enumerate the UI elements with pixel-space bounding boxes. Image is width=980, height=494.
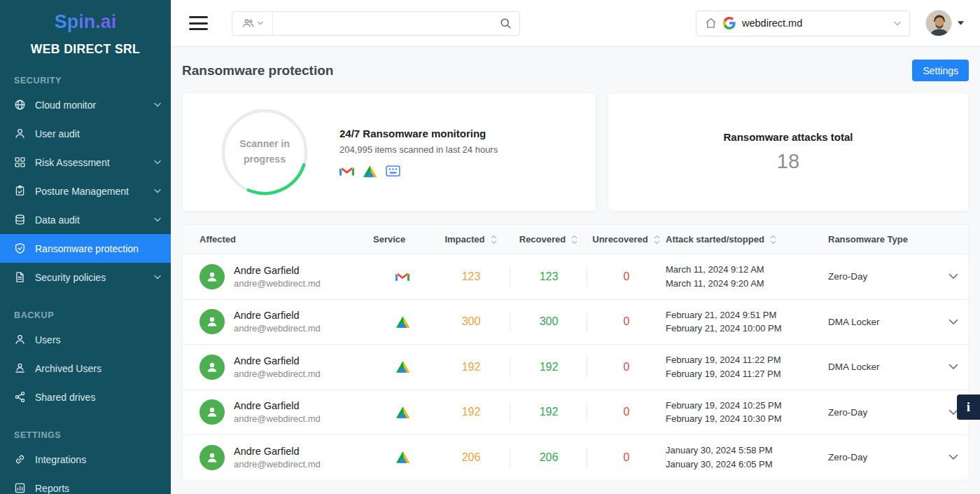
grid-icon <box>14 156 26 168</box>
report-icon <box>14 482 26 494</box>
google-g-icon <box>723 17 736 29</box>
user-menu[interactable] <box>925 10 965 36</box>
attack-times: February 19, 2024 10:25 PMFebruary 19, 2… <box>666 399 828 426</box>
hamburger-menu-button[interactable] <box>189 16 208 30</box>
sidebar-item-label: Risk Assessment <box>35 157 110 168</box>
user-avatar <box>200 399 225 425</box>
sidebar-item-data-audit[interactable]: Data audit <box>0 205 171 234</box>
sidebar-item-user-audit[interactable]: User audit <box>0 119 171 148</box>
main-content: Ransomware protection Settings Scanner i… <box>171 47 980 494</box>
settings-button[interactable]: Settings <box>912 60 969 81</box>
sidebar-item-cloud-monitor[interactable]: Cloud monitor <box>0 90 171 119</box>
user-icon <box>14 128 26 139</box>
attacks-total-title: Ransomware attacks total <box>723 131 853 143</box>
ransomware-type: Zero-Day <box>828 271 937 282</box>
avatar <box>925 10 952 36</box>
sidebar-item-label: Users <box>35 334 61 345</box>
table-row: Andre Garfieldandre@webdirect.md 192 192… <box>183 345 968 390</box>
sort-icon[interactable] <box>653 235 661 245</box>
sidebar-item-reports[interactable]: Reports <box>0 474 171 494</box>
unrecovered-count: 0 <box>587 254 666 299</box>
attacks-total-card: Ransomware attacks total 18 <box>608 92 969 212</box>
group-icon <box>242 18 254 28</box>
impacted-count: 192 <box>432 345 510 390</box>
sidebar: Spin.ai WEB DIRECT SRL SECURITY Cloud mo… <box>0 0 171 494</box>
table-row: Andre Garfieldandre@webdirect.md 206 206… <box>183 435 968 481</box>
chevron-down-icon <box>154 160 161 165</box>
chevron-down-icon <box>154 102 161 107</box>
person-icon <box>14 334 26 345</box>
sort-icon[interactable] <box>490 235 498 245</box>
affected-email: andre@webdirect.md <box>234 369 321 379</box>
table-header: Affected Service Impacted Recovered Unre… <box>183 225 968 254</box>
globe-icon <box>14 99 26 111</box>
recovered-count: 123 <box>510 254 587 299</box>
topbar: webdirect.md <box>171 0 980 47</box>
col-impacted: Impacted <box>432 234 510 245</box>
drive-icon <box>396 361 410 373</box>
sidebar-item-archived-users[interactable]: Archived Users <box>0 354 171 383</box>
sidebar-item-label: Reports <box>35 483 69 494</box>
section-security: SECURITY <box>14 76 171 85</box>
section-settings: SETTINGS <box>14 430 171 440</box>
user-avatar <box>200 355 225 380</box>
chevron-down-icon <box>894 21 901 26</box>
section-backup: BACKUP <box>14 310 171 320</box>
recovered-count: 192 <box>510 390 587 435</box>
scanner-status-text: Scanner in progress <box>219 107 310 198</box>
sidebar-item-ransomware-protection[interactable]: Ransomware protection <box>0 234 171 263</box>
ransomware-type: DMA Locker <box>828 317 937 327</box>
domain-selector[interactable]: webdirect.md <box>696 11 910 36</box>
sidebar-item-users[interactable]: Users <box>0 325 171 354</box>
gmail-icon <box>340 165 354 177</box>
page-title: Ransomware protection <box>182 63 333 78</box>
search-group <box>232 11 520 36</box>
sidebar-item-security-policies[interactable]: Security policies <box>0 263 171 291</box>
affected-email: andre@webdirect.md <box>234 323 321 334</box>
drive-icon <box>396 451 410 463</box>
recovered-count: 300 <box>510 300 587 345</box>
impacted-count: 206 <box>432 435 510 480</box>
impacted-count: 300 <box>432 300 510 345</box>
unrecovered-count: 0 <box>587 435 666 480</box>
col-affected: Affected <box>183 234 373 245</box>
search-icon[interactable] <box>491 12 519 35</box>
drive-icon <box>363 165 377 177</box>
sort-icon[interactable] <box>570 235 578 245</box>
impacted-count: 192 <box>432 390 510 435</box>
search-input[interactable] <box>273 12 491 35</box>
affected-email: andre@webdirect.md <box>234 459 321 469</box>
expand-row-button[interactable] <box>937 273 969 280</box>
home-icon <box>705 18 717 29</box>
unrecovered-count: 0 <box>587 390 666 435</box>
user-avatar <box>200 309 225 334</box>
sidebar-item-integrations[interactable]: Integrations <box>0 445 171 474</box>
file-icon <box>14 271 26 283</box>
col-attack-time: Attack started/stopped <box>666 234 828 245</box>
app-window: Spin.ai WEB DIRECT SRL SECURITY Cloud mo… <box>0 0 980 494</box>
chevron-down-icon <box>154 217 161 222</box>
user-avatar <box>200 445 225 470</box>
sidebar-item-label: Security policies <box>35 272 106 283</box>
info-tab-button[interactable]: i <box>957 394 980 420</box>
logo[interactable]: Spin.ai <box>0 0 171 33</box>
unrecovered-count: 0 <box>587 345 666 390</box>
col-ransomware-type: Ransomware Type <box>828 234 937 245</box>
sidebar-item-shared-drives[interactable]: Shared drives <box>0 383 171 411</box>
chevron-down-icon <box>258 21 263 25</box>
shield-icon <box>14 242 26 254</box>
expand-row-button[interactable] <box>937 454 969 460</box>
expand-row-button[interactable] <box>937 319 969 325</box>
drive-icon <box>396 406 410 418</box>
sort-icon[interactable] <box>769 235 777 245</box>
workspace-icon <box>386 165 400 177</box>
sidebar-item-posture-management[interactable]: Posture Management <box>0 177 171 205</box>
sidebar-item-label: Data audit <box>35 214 80 226</box>
sidebar-item-label: Shared drives <box>35 392 95 403</box>
monitoring-card: Scanner in progress 24/7 Ransomware moni… <box>182 92 596 212</box>
expand-row-button[interactable] <box>937 364 969 370</box>
monitoring-title: 24/7 Ransomware monitoring <box>340 128 498 139</box>
sidebar-item-risk-assessment[interactable]: Risk Assessment <box>0 148 171 177</box>
search-scope-select[interactable] <box>232 12 273 35</box>
sidebar-item-label: Archived Users <box>35 363 102 374</box>
